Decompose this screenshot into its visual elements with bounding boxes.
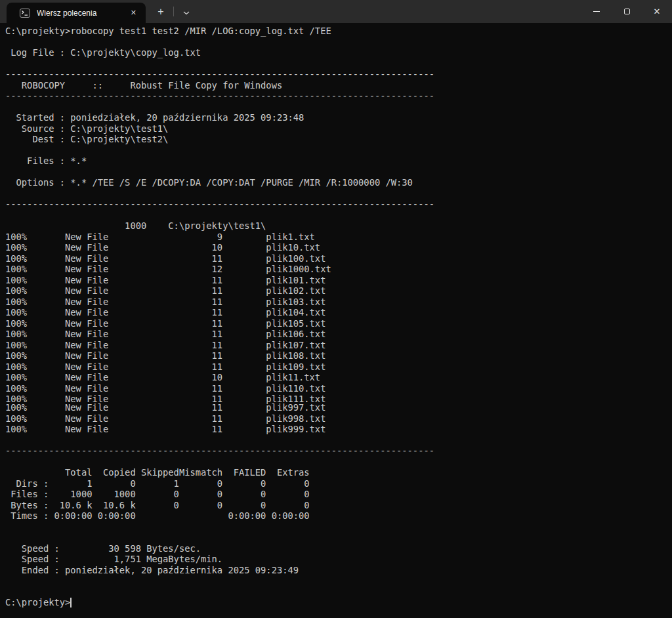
tab-bar-separator	[173, 7, 174, 16]
maximize-button[interactable]	[612, 0, 642, 23]
speed-line: Speed : 30 598 Bytes/sec.	[5, 543, 672, 554]
terminal-window: Wiersz polecenia ✕ + ✕ C:\projekty>roboc…	[0, 0, 672, 618]
terminal-line	[5, 58, 672, 70]
file-copy-line: 100% New File 11 plik108.txt	[5, 350, 672, 361]
terminal-line	[5, 37, 672, 48]
terminal-line	[5, 435, 672, 446]
job-info-line: Started : poniedziałek, 20 października …	[5, 112, 672, 123]
cmd-icon	[20, 9, 30, 18]
summary-row-line: Times : 0:00:00 0:00:00 0:00:00 0:00:00	[5, 510, 672, 522]
prompt-text: C:\projekty>	[5, 597, 70, 608]
ended-line: Ended : poniedziałek, 20 października 20…	[5, 565, 672, 576]
terminal-line	[5, 210, 672, 221]
separator-line: ----------------------------------------…	[5, 69, 672, 80]
job-info-line: Files : *.*	[5, 155, 672, 167]
text-cursor	[70, 598, 72, 608]
banner-title-line: ROBOCOPY :: Robust File Copy for Windows	[5, 80, 672, 91]
titlebar-drag-area[interactable]	[196, 0, 581, 23]
file-copy-line: 100% New File 12 plik1000.txt	[5, 264, 672, 275]
separator-line: ----------------------------------------…	[5, 445, 672, 457]
speed-line: Speed : 1,751 MegaBytes/min.	[5, 554, 672, 565]
file-copy-line: 100% New File 11 plik107.txt	[5, 340, 672, 351]
file-copy-line: 100% New File 11 plik997.txt	[5, 402, 672, 413]
maximize-icon	[624, 9, 630, 14]
file-copy-line: 100% New File 11 plik102.txt	[5, 285, 672, 297]
close-icon: ✕	[654, 7, 661, 16]
file-copy-line: 100% New File 11 plik999.txt	[5, 424, 672, 435]
file-copy-line: 100% New File 11 plik998.txt	[5, 413, 672, 424]
terminal-line	[5, 167, 672, 178]
tab-wiersz-polecenia[interactable]: Wiersz polecenia ✕	[7, 3, 146, 23]
new-tab-button[interactable]: +	[151, 3, 171, 20]
tab-close-icon[interactable]: ✕	[127, 8, 140, 18]
file-copy-line: 100% New File 11 plik104.txt	[5, 307, 672, 318]
command-line: C:\projekty>robocopy test1 test2 /MIR /L…	[5, 26, 672, 37]
file-copy-line: 100% New File 11 plik103.txt	[5, 297, 672, 308]
tab-title: Wiersz polecenia	[37, 9, 127, 18]
terminal-line	[5, 532, 672, 543]
directory-line: 1000 C:\projekty\test1\	[5, 220, 672, 232]
title-bar: Wiersz polecenia ✕ + ✕	[0, 0, 672, 23]
file-copy-line: 100% New File 11 plik110.txt	[5, 383, 672, 394]
job-info-line: Options : *.* /TEE /S /E /DCOPY:DA /COPY…	[5, 177, 672, 188]
summary-row-line: Files : 1000 1000 0 0 0 0	[5, 489, 672, 500]
terminal-line	[5, 522, 672, 533]
file-copy-line: 100% New File 11 plik109.txt	[5, 361, 672, 373]
terminal-line	[5, 102, 672, 113]
terminal-line	[5, 575, 672, 587]
summary-row-line: Bytes : 10.6 k 10.6 k 0 0 0 0	[5, 500, 672, 511]
minimize-icon	[593, 11, 600, 12]
file-copy-line: 100% New File 9 plik1.txt	[5, 232, 672, 243]
terminal-output[interactable]: C:\projekty>robocopy test1 test2 /MIR /L…	[0, 23, 672, 618]
close-button[interactable]: ✕	[642, 0, 672, 23]
prompt-line: C:\projekty>	[5, 597, 672, 608]
summary-row-line: Dirs : 1 0 1 0 0 0	[5, 478, 672, 489]
separator-line: ----------------------------------------…	[5, 91, 672, 102]
terminal-line	[5, 587, 672, 598]
tab-dropdown-button[interactable]	[177, 3, 196, 20]
file-copy-line: 100% New File 11 plik106.txt	[5, 329, 672, 340]
job-info-line: Dest : C:\projekty\test2\	[5, 134, 672, 145]
terminal-line	[5, 188, 672, 199]
file-copy-line: 100% New File 10 plik10.txt	[5, 242, 672, 253]
minimize-button[interactable]	[581, 0, 612, 23]
job-info-line: Source : C:\projekty\test1\	[5, 123, 672, 134]
separator-line: ----------------------------------------…	[5, 199, 672, 210]
terminal-line	[5, 145, 672, 156]
chevron-down-icon	[183, 6, 190, 18]
file-copy-line: 100% New File 11 plik100.txt	[5, 253, 672, 264]
file-copy-line: 100% New File 11 plik101.txt	[5, 275, 672, 286]
terminal-line	[5, 457, 672, 468]
file-copy-line: 100% New File 11 plik105.txt	[5, 318, 672, 329]
summary-header-line: Total Copied SkippedMismatch FAILED Extr…	[5, 467, 672, 478]
file-copy-line: 100% New File 10 plik11.txt	[5, 372, 672, 383]
log-file-line: Log File : C:\projekty\copy_log.txt	[5, 47, 672, 58]
